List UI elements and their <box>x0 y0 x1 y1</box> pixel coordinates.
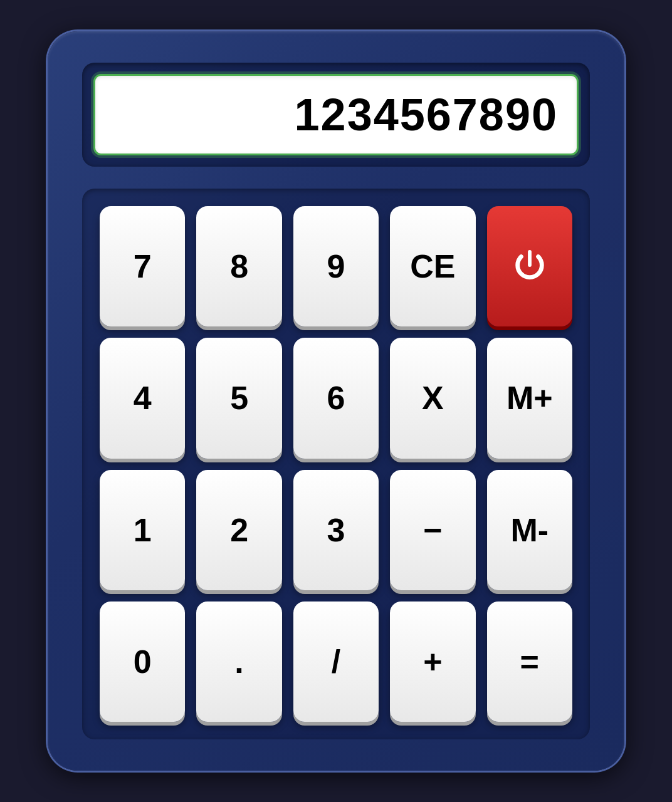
btn-4[interactable]: 4 <box>100 338 185 458</box>
display: 1234567890 <box>93 74 579 155</box>
btn-plus[interactable]: + <box>390 602 475 722</box>
btn-8[interactable]: 8 <box>196 206 281 326</box>
btn-7[interactable]: 7 <box>100 206 185 326</box>
btn-6[interactable]: 6 <box>293 338 379 458</box>
keypad-area: 7 8 9 CE 4 5 <box>82 189 590 739</box>
btn-1[interactable]: 1 <box>100 470 185 590</box>
btn-equals[interactable]: = <box>487 602 572 722</box>
btn-mplus[interactable]: M+ <box>487 338 572 458</box>
btn-ce[interactable]: CE <box>390 206 475 326</box>
btn-5[interactable]: 5 <box>196 338 281 458</box>
btn-9[interactable]: 9 <box>293 206 379 326</box>
power-icon <box>512 248 548 284</box>
btn-mminus[interactable]: M- <box>487 470 572 590</box>
btn-2[interactable]: 2 <box>196 470 281 590</box>
btn-power[interactable] <box>487 206 572 326</box>
keypad-grid: 7 8 9 CE 4 5 <box>100 206 572 722</box>
btn-3[interactable]: 3 <box>293 470 379 590</box>
display-value: 1234567890 <box>295 89 558 140</box>
btn-div[interactable]: / <box>293 602 379 722</box>
display-area: 1234567890 <box>82 63 590 167</box>
calculator: 1234567890 7 8 9 CE <box>48 31 624 771</box>
btn-minus[interactable]: − <box>390 470 475 590</box>
btn-dot[interactable]: . <box>196 602 281 722</box>
btn-x[interactable]: X <box>390 338 475 458</box>
btn-0[interactable]: 0 <box>100 602 185 722</box>
